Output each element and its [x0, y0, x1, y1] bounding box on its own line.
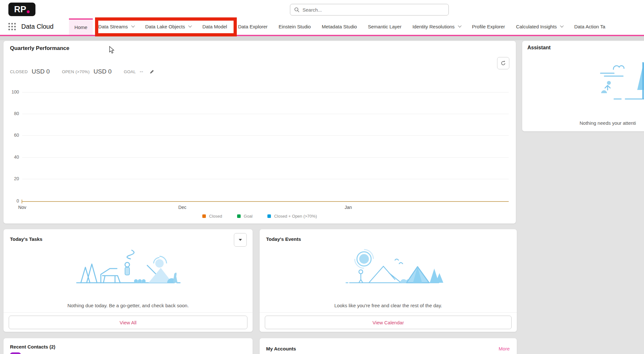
tab-data-lake-objects[interactable]: Data Lake Objects [140, 18, 197, 35]
assistant-empty-illustration: z [595, 58, 644, 106]
global-search[interactable] [290, 4, 449, 15]
tab-label: Data Streams [98, 24, 128, 29]
edit-goal-icon[interactable] [149, 69, 154, 74]
closed-label: CLOSED [10, 69, 28, 74]
global-header: RP [0, 0, 644, 18]
recent-contacts-card: Recent Contacts (2) [3, 338, 253, 354]
gridline [22, 179, 509, 179]
x-axis-label: Nov [18, 205, 26, 210]
view-calendar-button[interactable]: View Calendar [265, 316, 512, 329]
todays-events-card: Today's Events Looks like you're free an… [259, 229, 517, 332]
gridline [22, 135, 509, 136]
card-title: Today's Events [266, 236, 301, 242]
card-title: Recent Contacts (2) [10, 344, 55, 349]
tasks-empty-illustration [72, 249, 185, 287]
chevron-down-icon [560, 24, 564, 27]
company-logo[interactable]: RP [8, 3, 35, 16]
todays-tasks-card: Today's Tasks Nothing due today. Be a go… [3, 229, 253, 332]
divider [4, 312, 253, 313]
legend-swatch-goal [237, 214, 241, 218]
main-content: Quarterly Performance CLOSED USD 0 OPEN … [0, 36, 644, 354]
tab-home[interactable]: Home [69, 18, 93, 35]
app-navigation-bar: Data Cloud Home Data Streams Data Lake O… [0, 18, 644, 36]
divider [260, 312, 517, 313]
tab-data-explorer[interactable]: Data Explorer [233, 18, 273, 35]
closed-value: USD 0 [32, 68, 50, 75]
search-icon [294, 7, 299, 12]
x-axis-label: Jan [345, 205, 352, 210]
chevron-down-icon [458, 24, 461, 27]
y-axis-tick: 0 [7, 198, 19, 203]
chevron-down-icon [131, 24, 135, 27]
tab-profile-explorer[interactable]: Profile Explorer [466, 18, 511, 35]
card-title: Assistant [527, 45, 551, 51]
tasks-menu-button[interactable] [234, 233, 247, 247]
app-name: Data Cloud [21, 23, 53, 30]
goal-label: GOAL [124, 69, 136, 74]
card-title: Quarterly Performance [10, 45, 69, 52]
more-link[interactable]: More [499, 346, 510, 351]
tab-data-model[interactable]: Data Model [197, 18, 233, 35]
search-input[interactable] [303, 7, 438, 13]
y-axis-tick: 60 [7, 133, 19, 138]
logo-text: RP [14, 5, 26, 15]
tab-label: Home [74, 25, 87, 30]
tab-data-action-targets[interactable]: Data Action Ta [569, 18, 610, 35]
refresh-icon [500, 60, 506, 66]
tab-semantic-layer[interactable]: Semantic Layer [362, 18, 407, 35]
chevron-down-icon [188, 24, 192, 27]
nav-tabs: Home Data Streams Data Lake Objects Data… [69, 18, 611, 35]
y-axis-tick: 100 [7, 89, 19, 94]
tab-label: Semantic Layer [368, 24, 401, 29]
y-axis-tick: 20 [7, 176, 19, 181]
performance-stats: CLOSED USD 0 OPEN (>70%) USD 0 GOAL -- [10, 68, 154, 75]
tasks-empty-text: Nothing due today. Be a go-getter, and c… [4, 303, 253, 308]
tab-label: Data Explorer [238, 24, 268, 29]
tab-label: Data Lake Objects [145, 24, 185, 29]
legend-label: Closed [209, 214, 222, 219]
events-empty-illustration [332, 249, 445, 289]
x-axis-line [22, 201, 509, 202]
open-label: OPEN (>70%) [62, 69, 90, 74]
gridline [22, 157, 509, 158]
refresh-button[interactable] [497, 57, 509, 69]
y-axis-tick: 40 [7, 154, 19, 160]
tab-metadata-studio[interactable]: Metadata Studio [316, 18, 362, 35]
quarterly-performance-card: Quarterly Performance CLOSED USD 0 OPEN … [3, 41, 516, 224]
gridline [22, 92, 509, 93]
x-axis-tick-mark [22, 200, 22, 203]
legend-label: Closed + Open (>70%) [274, 214, 317, 219]
my-accounts-card: My Accounts More [259, 338, 517, 354]
app-launcher-icon[interactable] [8, 23, 16, 31]
card-title: My Accounts [266, 346, 296, 351]
y-axis-tick: 80 [7, 111, 19, 116]
tab-label: Metadata Studio [322, 24, 357, 29]
tab-identity-resolutions[interactable]: Identity Resolutions [407, 18, 466, 35]
tab-calculated-insights[interactable]: Calculated Insights [511, 18, 569, 35]
tab-label: Data Model [202, 24, 227, 29]
open-value: USD 0 [93, 68, 111, 75]
assistant-empty-text: Nothing needs your attenti [580, 120, 636, 126]
card-title: Today's Tasks [10, 236, 43, 242]
chart-legend: Closed Goal Closed + Open (>70%) [4, 214, 516, 219]
events-empty-text: Looks like you're free and clear the res… [260, 303, 517, 308]
gridline [22, 114, 509, 114]
assistant-card: Assistant z Nothing needs your attenti [522, 41, 644, 132]
dropdown-arrow-icon [239, 239, 242, 241]
goal-value: -- [140, 69, 143, 74]
tab-data-streams[interactable]: Data Streams [93, 18, 140, 35]
tab-label: Calculated Insights [516, 24, 557, 29]
view-all-button[interactable]: View All [9, 316, 247, 329]
tab-label: Profile Explorer [472, 24, 505, 29]
legend-swatch-closed [202, 214, 206, 218]
x-axis-label: Dec [178, 205, 187, 210]
contact-avatar[interactable] [10, 352, 21, 354]
logo-dot [27, 10, 30, 13]
tab-label: Data Action Ta [574, 24, 605, 29]
legend-swatch-open [267, 214, 271, 218]
tab-einstein-studio[interactable]: Einstein Studio [273, 18, 316, 35]
tab-label: Einstein Studio [279, 24, 311, 29]
legend-label: Goal [244, 214, 253, 219]
tab-label: Identity Resolutions [412, 24, 455, 29]
